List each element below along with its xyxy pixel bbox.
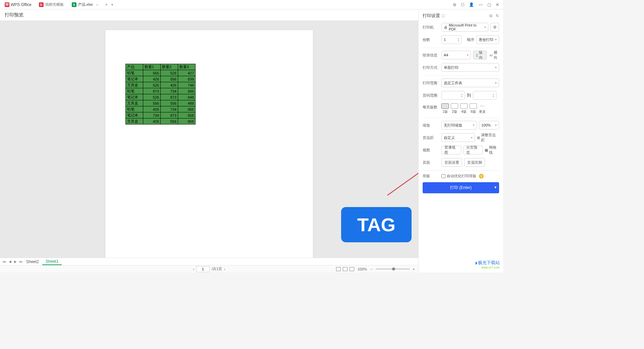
range-select[interactable]: 选定工作表▾ — [441, 79, 499, 87]
gridlines-button[interactable]: ▦网格线 — [485, 146, 499, 154]
table-row: 笔记本526873848 — [126, 94, 196, 100]
zoom-pct-select[interactable]: 100%▾ — [479, 121, 499, 130]
layout-6up[interactable]: 6版 — [470, 103, 477, 114]
copies-label: 份数 — [423, 37, 439, 42]
range-label: 打印范围 — [423, 81, 439, 86]
view-label: 视图 — [423, 148, 439, 153]
table-row: 笔记本426556838 — [126, 76, 196, 82]
mode-label: 打印方式 — [423, 65, 439, 70]
auto-optimize-checkbox[interactable]: 自动优化打印排版 $ — [441, 173, 484, 179]
order-label: 顺序 — [467, 37, 474, 42]
layout-more[interactable]: ⋯更多 — [479, 103, 486, 114]
zoom-label: 缩放 — [423, 123, 439, 128]
print-button[interactable]: 打印 (Enter) — [423, 182, 499, 193]
gear-icon: ⚙ — [493, 25, 497, 30]
cube-icon[interactable]: ⬡ — [461, 2, 464, 7]
page-prev-button[interactable]: ‹ — [193, 267, 194, 271]
print-settings-panel: 打印设置 ⓘ ⧉ ↻ 打印机 🖨Microsoft Print to PDF ▾… — [418, 9, 503, 272]
typeset-label: 排版 — [423, 173, 439, 179]
view-mode-3-icon[interactable] — [350, 267, 354, 271]
tab-template[interactable]: D 找稻壳模板 — [36, 1, 67, 9]
new-tab-button[interactable]: ＋ — [104, 2, 109, 8]
close-window-button[interactable]: ✕ — [496, 2, 499, 7]
sheet-first-button[interactable]: ⏮ — [3, 260, 6, 263]
copies-input[interactable]: 1 ▴▾ — [441, 35, 462, 44]
table-header-row: 产品数量1数量2数量3 — [126, 64, 196, 70]
printer-settings-button[interactable]: ⚙ — [490, 23, 499, 32]
margin-select[interactable]: 自定义▾ — [441, 133, 475, 142]
order-select[interactable]: 逐份打印▾ — [476, 35, 499, 44]
view-mode-2-icon[interactable] — [343, 267, 347, 271]
data-table: 产品数量1数量2数量3 铅笔565526427 笔记本426556838 文具盒… — [125, 64, 196, 124]
landscape-button[interactable]: ▭横向 — [489, 51, 499, 59]
paper-select[interactable]: A4▾ — [441, 51, 471, 59]
portrait-icon: ▯ — [476, 53, 478, 57]
sheet-last-button[interactable]: ⏭ — [19, 260, 23, 263]
panel-dock-icon[interactable]: ⧉ — [489, 13, 492, 18]
zoom-in-button[interactable]: + — [413, 267, 415, 271]
maximize-button[interactable]: ▢ — [487, 2, 491, 7]
layout-1up[interactable]: 1版 — [441, 103, 449, 114]
watermark: 电脑技术网 www.tagxp.com TAG — [348, 219, 412, 242]
printer-label: 打印机 — [423, 25, 439, 30]
toolbar-title: 打印预览 — [5, 12, 23, 18]
avatar-icon[interactable]: 👤 — [469, 2, 474, 7]
page-label: 页面 — [423, 160, 439, 165]
zoom-select[interactable]: 无打印缩放▾ — [441, 121, 477, 130]
sheet-tab-sheet2[interactable]: Sheet2 — [23, 259, 42, 265]
layout-label: 每页版数 — [423, 103, 439, 110]
auto-optimize-input[interactable] — [441, 174, 445, 178]
zoom-value-label[interactable]: 100% — [358, 267, 367, 271]
page-setup-button[interactable]: 页面设置 — [441, 158, 462, 167]
print-dropdown-icon[interactable]: ▾ — [494, 185, 496, 190]
normal-view-button[interactable]: 普通视图 — [441, 146, 461, 154]
sheet-prev-button[interactable]: ◀ — [9, 260, 11, 263]
layout-4up[interactable]: 4版 — [460, 103, 468, 114]
tab-product-xlsx[interactable]: S 产品.xlsx • — [68, 1, 101, 9]
tab-dropdown-button[interactable]: ▾ — [111, 3, 113, 6]
page-next-button[interactable]: › — [224, 267, 225, 271]
page-range-label: 页码范围 — [423, 93, 439, 98]
portrait-button[interactable]: ▯纵向 — [473, 51, 487, 59]
help-icon[interactable]: ⓘ — [441, 13, 445, 18]
to-label: 到 — [467, 93, 471, 98]
margin-icon: ⊞ — [477, 136, 480, 140]
site-watermark: ◗ 极光下载站 www.xz7.com — [475, 260, 500, 269]
app-menu-icon[interactable]: ⧉ — [453, 2, 456, 7]
minimize-button[interactable]: — — [479, 2, 483, 7]
annotation-arrow — [384, 158, 418, 199]
printer-icon: 🖨 — [444, 25, 447, 29]
page-break-view-button[interactable]: 分页预览 — [463, 146, 483, 154]
layout-2up[interactable]: 2版 — [451, 103, 458, 114]
sheet-nav-buttons: ⏮ ◀ ▶ ⏭ — [3, 260, 23, 263]
header-footer-button[interactable]: 页眉页脚 — [464, 158, 485, 167]
template-tab-icon: D — [39, 2, 44, 7]
title-bar: W WPS Office D 找稻壳模板 S 产品.xlsx • ＋ ▾ ⧉ ⬡… — [0, 0, 503, 9]
margin-label: 页边距 — [423, 135, 439, 140]
status-bar: ‹ /共1页 › 100% − + — [0, 265, 418, 272]
preview-canvas[interactable]: 产品数量1数量2数量3 铅笔565526427 笔记本426556838 文具盒… — [0, 21, 418, 258]
table-row: 铅笔873734589 — [126, 88, 196, 94]
view-mode-1-icon[interactable] — [336, 267, 341, 271]
adjust-margins-button[interactable]: ⊞调整页边距 — [477, 133, 499, 142]
page-preview: 产品数量1数量2数量3 铅笔565526427 笔记本426556838 文具盒… — [105, 30, 313, 258]
page-from-input[interactable]: ▴▾ — [441, 91, 465, 100]
printer-select[interactable]: 🖨Microsoft Print to PDF ▾ — [441, 23, 488, 32]
panel-title: 打印设置 ⓘ — [423, 13, 445, 19]
tab-dirty-indicator: • — [97, 3, 98, 7]
table-row: 笔记本734873658 — [126, 112, 196, 118]
sheet-tab-bar: ⏮ ◀ ▶ ⏭ Sheet2 Sheet1 — [0, 258, 418, 265]
panel-refresh-icon[interactable]: ↻ — [496, 13, 499, 18]
grid-icon: ▦ — [485, 148, 488, 152]
page-number-input[interactable] — [196, 266, 210, 272]
page-to-input[interactable]: ▴▾ — [473, 91, 496, 100]
zoom-slider[interactable] — [376, 268, 410, 269]
table-row: 文具盒556556488 — [126, 100, 196, 106]
landscape-icon: ▭ — [489, 53, 493, 57]
mode-select[interactable]: 单面打印▾ — [441, 63, 499, 72]
sheet-next-button[interactable]: ▶ — [14, 260, 17, 263]
table-row: 铅笔565526427 — [126, 70, 196, 76]
zoom-out-button[interactable]: − — [370, 267, 372, 271]
window-controls: ⧉ ⬡ 👤 — ▢ ✕ — [453, 2, 501, 7]
sheet-tab-sheet1[interactable]: Sheet1 — [42, 258, 62, 265]
